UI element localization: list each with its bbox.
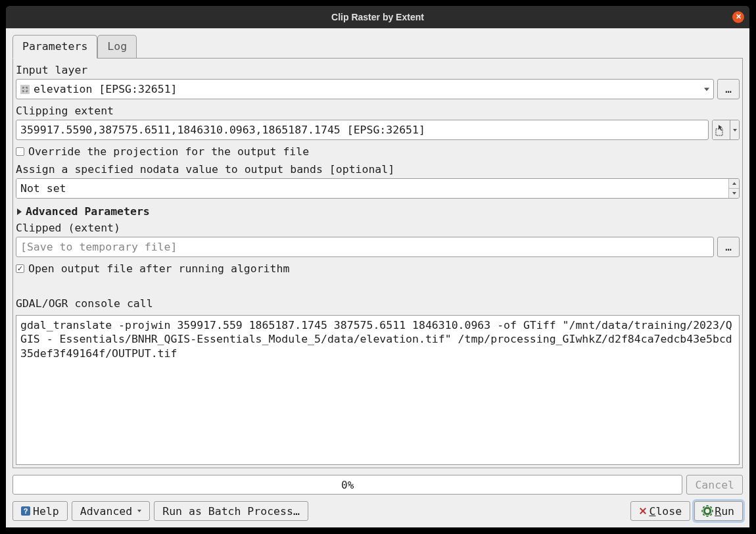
extent-select-dropdown[interactable] bbox=[730, 120, 739, 139]
advanced-parameters-toggle[interactable]: Advanced Parameters bbox=[16, 205, 740, 218]
tab-bar: Parameters Log bbox=[12, 35, 743, 58]
run-as-batch-button[interactable]: Run as Batch Process… bbox=[154, 501, 308, 521]
help-button[interactable]: ? Help bbox=[12, 501, 68, 521]
disclosure-triangle-icon bbox=[17, 208, 22, 215]
help-icon: ? bbox=[21, 506, 30, 516]
clipped-extent-label: Clipped (extent) bbox=[16, 222, 740, 234]
input-layer-label: Input layer bbox=[16, 64, 740, 76]
input-layer-combo[interactable]: elevation [EPSG:32651] bbox=[16, 79, 714, 99]
clipped-output-input[interactable] bbox=[16, 237, 714, 257]
titlebar: Clip Raster by Extent ✕ bbox=[6, 6, 749, 28]
cursor-rect-icon bbox=[715, 124, 727, 136]
chevron-down-icon bbox=[137, 510, 141, 512]
raster-icon bbox=[20, 85, 30, 94]
advanced-parameters-label: Advanced Parameters bbox=[26, 205, 150, 218]
run-button[interactable]: Run bbox=[694, 501, 743, 521]
clipping-extent-input[interactable] bbox=[16, 120, 709, 140]
close-icon bbox=[639, 507, 647, 515]
close-button[interactable]: Close bbox=[630, 501, 691, 521]
nodata-spin-up[interactable] bbox=[729, 179, 739, 189]
open-output-label: Open output file after running algorithm bbox=[28, 262, 289, 275]
override-projection-checkbox[interactable] bbox=[16, 147, 24, 156]
input-layer-browse-button[interactable]: … bbox=[717, 79, 740, 99]
help-button-label: Help bbox=[33, 505, 59, 518]
nodata-spin-down[interactable] bbox=[729, 189, 739, 198]
window-title: Clip Raster by Extent bbox=[331, 12, 424, 22]
chevron-down-icon bbox=[704, 87, 709, 91]
nodata-spinbox[interactable] bbox=[16, 178, 740, 199]
parameters-panel: Input layer elevation [EPSG:32651] … Cli… bbox=[12, 58, 743, 468]
tab-log[interactable]: Log bbox=[97, 35, 137, 58]
close-window-button[interactable]: ✕ bbox=[732, 11, 744, 23]
dialog-window: Clip Raster by Extent ✕ Parameters Log I… bbox=[6, 6, 749, 527]
console-call-label: GDAL/OGR console call bbox=[16, 297, 740, 310]
extent-select-button[interactable] bbox=[713, 120, 730, 139]
nodata-label: Assign a specified nodata value to outpu… bbox=[16, 163, 740, 176]
cancel-button: Cancel bbox=[686, 475, 743, 495]
progress-text: 0% bbox=[341, 479, 354, 491]
clipped-output-browse-button[interactable]: … bbox=[717, 237, 740, 257]
open-output-checkbox[interactable] bbox=[16, 264, 24, 273]
clipping-extent-label: Clipping extent bbox=[16, 105, 740, 117]
gear-icon bbox=[703, 506, 712, 516]
nodata-value[interactable] bbox=[16, 179, 728, 198]
advanced-button[interactable]: Advanced bbox=[72, 501, 150, 521]
tab-parameters[interactable]: Parameters bbox=[12, 35, 97, 59]
progress-bar: 0% bbox=[12, 475, 682, 495]
dialog-body: Parameters Log Input layer elevation [EP… bbox=[6, 28, 749, 527]
input-layer-value: elevation [EPSG:32651] bbox=[34, 83, 177, 95]
dialog-footer: 0% Cancel ? Help Advanced Run as Batch P… bbox=[12, 468, 743, 521]
advanced-button-label: Advanced bbox=[80, 505, 132, 518]
extent-select-button-group bbox=[712, 120, 740, 140]
override-projection-label: Override the projection for the output f… bbox=[28, 145, 309, 158]
console-call-output[interactable]: gdal_translate -projwin 359917.559 18651… bbox=[16, 315, 740, 465]
